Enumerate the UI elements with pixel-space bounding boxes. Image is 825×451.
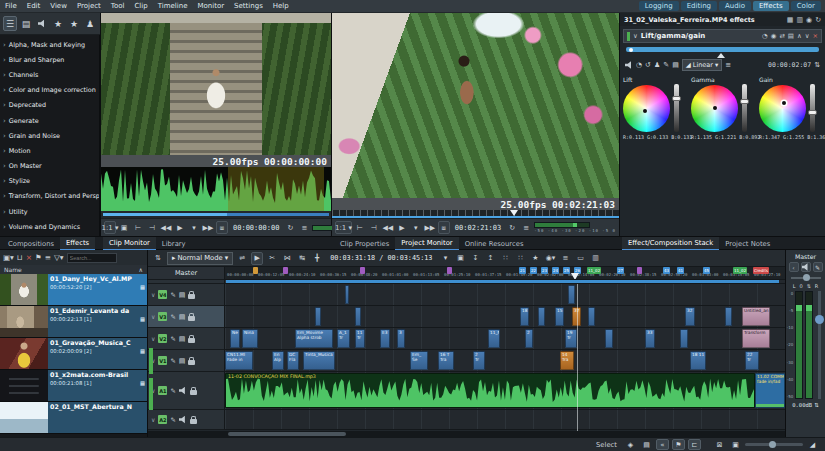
edit-pencil-icon[interactable]: ✎ [170, 416, 175, 424]
track-lane-a2[interactable] [225, 410, 785, 430]
workspace-tab-effects[interactable]: Effects [753, 1, 789, 11]
folder-icon[interactable]: ⊔ [17, 253, 23, 262]
timeline-clip[interactable]: Ne [230, 329, 240, 348]
menu-help[interactable]: Help [268, 2, 294, 10]
timeline-clip[interactable]: Transform [742, 329, 770, 348]
slip-tool-icon[interactable]: ↹ [296, 252, 308, 265]
add-media-icon[interactable]: ▣▾ [3, 253, 14, 262]
timeline-clip[interactable]: 2Tr [473, 351, 485, 370]
timeline-clip[interactable]: EnAlp [272, 351, 284, 370]
timeline-marker[interactable]: 41 [677, 267, 684, 274]
move-down-icon[interactable]: ∨ [805, 32, 810, 40]
timeline-ruler[interactable]: 00:00:00:0000:00:12:0500:00:24:1000:00:3… [225, 267, 785, 280]
timeline-clip[interactable]: 19Tr [565, 329, 577, 348]
timeline-marker[interactable] [447, 267, 452, 274]
wheel-cursor[interactable] [782, 101, 786, 105]
monitor-menu-icon[interactable]: ≡ [520, 221, 532, 234]
tab-effects[interactable]: Effects [60, 237, 95, 251]
edit-pencil-icon[interactable]: ✎ [170, 291, 175, 299]
track-lane-v2[interactable]: NeNinaEm_MovimeAlpha strobA_1Tr11TrE3311… [225, 328, 785, 350]
menu-timeline[interactable]: Timeline [153, 2, 193, 10]
range-icon[interactable]: ▣ [454, 252, 466, 265]
zoom-in-icon[interactable]: ▣ [729, 439, 742, 450]
column-view-icon[interactable]: ▥ [796, 16, 803, 24]
effect-category[interactable]: ›Volume and Dynamics [0, 219, 99, 234]
timeline-clip[interactable]: Em_Se [410, 351, 428, 370]
track-head-v4[interactable]: ∨V4✎▤ [148, 284, 225, 306]
media-item[interactable]: 02_01_MST_Abertura_N [0, 402, 147, 434]
wheel-cursor[interactable] [643, 109, 647, 113]
pointer-tool-icon[interactable]: ▶ [251, 252, 263, 265]
effect-category[interactable]: ›Transform, Distort and Perspective [0, 189, 99, 204]
media-item[interactable]: 01_Edemir_Levanta da00:00:22:13 [1]▤ [0, 306, 147, 338]
chevron-down-icon[interactable]: ∨ [151, 313, 155, 320]
timeline-clip[interactable]: 11Tr [355, 329, 365, 348]
edit-pencil-icon[interactable]: ✎ [170, 335, 175, 343]
zoom-select[interactable]: 1:1 ▾ [335, 221, 352, 234]
star-icon[interactable]: ★ [51, 16, 65, 31]
label-tool-icon[interactable]: ◈ [624, 439, 637, 450]
clock-icon[interactable]: ◔ [636, 61, 642, 69]
timeline-clip[interactable]: Em_MovimeAlpha strob [295, 329, 333, 348]
wheel-slider-handle[interactable] [672, 96, 681, 101]
collapse-panel-icon[interactable]: ‹ [789, 262, 799, 272]
person-icon[interactable]: ♟ [654, 61, 660, 69]
monitor-menu-icon[interactable]: ≡ [298, 221, 310, 234]
timeline-clip[interactable] [588, 307, 595, 326]
next-frame-button[interactable]: ▶▶ [202, 221, 214, 234]
timeline-clip[interactable]: 11.02 COMMfade in/fad [755, 373, 785, 408]
timeline-clip[interactable]: CN11.MIFade in [225, 351, 253, 370]
record-icon[interactable]: ◉▾ [544, 252, 556, 265]
save-effect-icon[interactable]: ▤ [788, 32, 794, 40]
next-frame-button[interactable]: ▶▶ [424, 221, 436, 234]
tab-project-monitor[interactable]: Project Monitor [395, 237, 458, 251]
insert-tool-icon[interactable]: ⇌ [236, 252, 248, 265]
timeline-zoom-slider[interactable] [745, 440, 803, 449]
collapse-icon[interactable]: ∧ [139, 266, 143, 273]
chevron-down-icon[interactable]: ∨ [151, 335, 155, 342]
timeline-clip[interactable] [538, 307, 545, 326]
swap-icon[interactable]: ⇄ [779, 32, 784, 40]
titler-icon[interactable]: ▭ [574, 252, 586, 265]
timeline-clip[interactable] [315, 307, 321, 326]
clip-monitor-video[interactable] [101, 13, 331, 155]
zoom-out-icon[interactable]: ⊠ [713, 439, 726, 450]
speaker-icon[interactable] [801, 262, 811, 272]
track-lane-v3[interactable]: 18153732Untitled_an [225, 306, 785, 328]
mark-out-icon[interactable]: ⊣ [368, 221, 380, 234]
track-lane-v4[interactable] [225, 284, 785, 306]
workspace-tab-editing[interactable]: Editing [681, 1, 717, 11]
effect-category[interactable]: ›Stylize [0, 174, 99, 189]
delete-effect-icon[interactable]: × [813, 32, 818, 40]
project-monitor-ruler[interactable] [332, 210, 619, 218]
wheel-value-slider[interactable] [810, 84, 815, 132]
timeline-clip[interactable]: 3 [397, 329, 405, 348]
zoom-fit-icon[interactable]: ◢ [806, 439, 819, 450]
timeline-clip[interactable]: 11_N [488, 329, 500, 348]
timeline-clip[interactable]: 16 TTra [438, 351, 454, 370]
tab-project-notes[interactable]: Project Notes [719, 237, 776, 251]
timeline-marker[interactable]: Credits [753, 267, 769, 274]
edit-mode-dropdown[interactable]: ▸ Normal Mode ▾ [167, 252, 233, 265]
menu-file[interactable]: File [0, 2, 22, 10]
list-menu-icon[interactable]: ≡ [45, 253, 51, 262]
wheel-value-slider[interactable] [674, 84, 679, 132]
timeline-clip[interactable]: E3 [380, 329, 390, 348]
mark-in-icon[interactable]: ⊢ [354, 221, 366, 234]
mark-in-icon[interactable]: ⊢ [132, 221, 144, 234]
timeline-marker[interactable]: 43 [663, 267, 670, 274]
menu-monitor[interactable]: Monitor [192, 2, 229, 10]
project-monitor-playhead[interactable] [510, 210, 518, 216]
menu-clip[interactable]: Clip [129, 2, 152, 10]
delete-media-icon[interactable]: × [26, 253, 32, 262]
timeline-clip[interactable]: 14Tra [560, 351, 574, 370]
save-icon[interactable]: ▤ [19, 16, 33, 31]
undo-icon[interactable]: ↺ [645, 61, 651, 69]
pin-icon[interactable]: ♟ [83, 16, 97, 31]
db-spinner[interactable]: ⇅ [814, 402, 819, 408]
timeline-clip[interactable] [725, 307, 732, 326]
timeline-clip[interactable]: Nina [242, 329, 258, 348]
grid-view-icon[interactable]: ▦ [787, 16, 794, 24]
effect-row-lift-gamma-gain[interactable]: ∨ Lift/gamma/gain ◔ ◉ ⇄ ▤ ∧ ∨ × [623, 29, 822, 43]
timeline-marker[interactable]: 23 [541, 267, 548, 274]
